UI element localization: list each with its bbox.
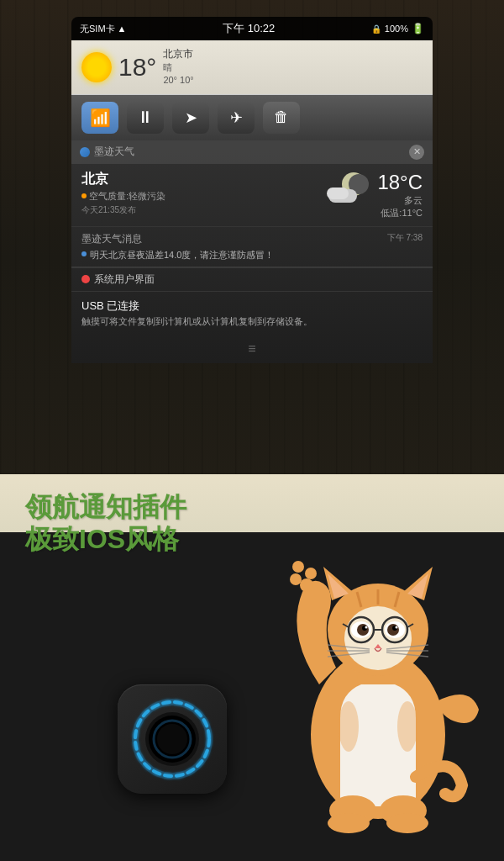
notif-city: 北京 xyxy=(81,171,318,188)
news-text: 明天北京昼夜温差14.0度，请注意谨防感冒！ xyxy=(90,249,274,261)
blue-ring-svg xyxy=(130,697,214,781)
weather-notification: 墨迹天气 ✕ 北京 空气质量:轻微污染 今天21:35发布 xyxy=(71,140,433,267)
wifi-button[interactable]: 📶 xyxy=(81,102,118,134)
weather-highlow: 20° 10° xyxy=(163,74,193,87)
weather-temperature: 18° xyxy=(118,53,156,82)
close-button[interactable]: ✕ xyxy=(409,145,424,160)
weather-notif-right: 18°C 多云 低温:11°C xyxy=(377,171,423,219)
svg-point-39 xyxy=(397,701,417,752)
system-header: 系统用户界面 xyxy=(81,272,423,287)
weather-widget: 18° 北京市 晴 20° 10° xyxy=(71,40,433,95)
news-title: 墨迹天气消息 下午 7:38 xyxy=(81,232,423,246)
battery-text: 100% xyxy=(385,24,408,34)
pull-handle[interactable]: ≡ xyxy=(71,335,433,363)
moon-cloud-icon xyxy=(327,171,369,206)
cat-illustration xyxy=(252,483,487,836)
promo-text: 领航通知插件 极致IOS风格 xyxy=(25,491,186,556)
promo-title-line2: 极致IOS风格 xyxy=(25,523,186,555)
location-button[interactable]: ➤ xyxy=(172,102,209,134)
app-icon[interactable] xyxy=(118,684,227,794)
svg-point-4 xyxy=(157,724,187,754)
lock-icon: 🔒 xyxy=(371,24,381,34)
promo-title-line1: 领航通知插件 xyxy=(25,491,186,523)
system-section: 系统用户界面 xyxy=(71,267,433,292)
pause-button[interactable]: ⏸ xyxy=(127,102,164,134)
svg-point-45 xyxy=(290,573,302,585)
notif-temperature: 18°C xyxy=(377,171,423,194)
weather-city: 北京市 xyxy=(163,47,193,61)
system-dot xyxy=(81,275,90,283)
svg-point-25 xyxy=(396,626,398,629)
air-quality-text: 空气质量:轻微污染 xyxy=(89,190,165,203)
weather-description: 晴 xyxy=(163,61,193,74)
notification-panel: 墨迹天气 ✕ 北京 空气质量:轻微污染 今天21:35发布 xyxy=(71,140,433,363)
pause-icon: ⏸ xyxy=(137,108,154,127)
notif-header: 墨迹天气 ✕ xyxy=(71,140,433,164)
status-right: 🔒 100% 🔋 xyxy=(371,23,424,34)
usb-description: 触摸可将文件复制到计算机或从计算机复制到存储设备。 xyxy=(81,315,423,328)
notif-description: 多云 xyxy=(377,194,423,207)
svg-point-43 xyxy=(386,813,428,833)
sun-icon xyxy=(81,52,112,82)
svg-point-21 xyxy=(365,626,368,629)
news-time: 下午 7:38 xyxy=(387,232,423,244)
svg-point-42 xyxy=(328,813,370,833)
app-name-text: 墨迹天气 xyxy=(94,145,134,159)
airplane-button[interactable]: ✈ xyxy=(218,102,255,134)
svg-point-46 xyxy=(292,561,304,573)
status-time: 下午 10:22 xyxy=(223,21,275,36)
status-bar: 无SIM卡 ▲ 下午 10:22 🔒 100% 🔋 xyxy=(71,17,433,40)
airplane-icon: ✈ xyxy=(230,108,243,127)
usb-section: USB 已连接 触摸可将文件复制到计算机或从计算机复制到存储设备。 xyxy=(71,292,433,335)
air-dot xyxy=(81,193,87,198)
weather-news: 墨迹天气消息 下午 7:38 明天北京昼夜温差14.0度，请注意谨防感冒！ xyxy=(71,226,433,267)
usb-title: USB 已连接 xyxy=(81,298,423,314)
weather-notif-left: 北京 空气质量:轻微污染 今天21:35发布 xyxy=(81,171,318,219)
air-quality: 空气质量:轻微污染 xyxy=(81,190,318,203)
phone-panel: 无SIM卡 ▲ 下午 10:22 🔒 100% 🔋 18° 北京市 晴 20° … xyxy=(71,17,433,363)
app-icon-inner xyxy=(130,697,214,781)
trash-button[interactable]: 🗑 xyxy=(263,102,300,134)
app-icon-dot xyxy=(80,147,90,157)
svg-point-44 xyxy=(300,578,313,592)
trash-icon: 🗑 xyxy=(274,108,289,126)
svg-point-47 xyxy=(305,568,317,579)
svg-point-38 xyxy=(339,701,359,752)
promo-section: 领航通知插件 极致IOS风格 xyxy=(0,474,504,861)
weather-details: 北京市 晴 20° 10° xyxy=(163,47,193,87)
location-icon: ➤ xyxy=(185,108,197,127)
weather-notif-content: 北京 空气质量:轻微污染 今天21:35发布 18°C 多云 xyxy=(71,164,433,226)
news-content: 明天北京昼夜温差14.0度，请注意谨防感冒！ xyxy=(81,249,423,261)
status-left: 无SIM卡 ▲ xyxy=(80,23,127,35)
battery-icon: 🔋 xyxy=(412,23,424,34)
svg-point-10 xyxy=(344,606,412,670)
no-sim-text: 无SIM卡 ▲ xyxy=(80,23,127,35)
news-title-text: 墨迹天气消息 xyxy=(81,233,142,245)
air-date: 今天21:35发布 xyxy=(81,204,318,216)
system-title: 系统用户界面 xyxy=(94,272,155,287)
notif-low-temp: 低温:11°C xyxy=(377,207,423,219)
control-buttons-bar: 📶 ⏸ ➤ ✈ 🗑 xyxy=(71,95,433,140)
wifi-icon: 📶 xyxy=(90,108,111,128)
app-name: 墨迹天气 xyxy=(80,145,134,159)
handle-icon: ≡ xyxy=(248,341,255,356)
news-dot xyxy=(81,251,87,256)
